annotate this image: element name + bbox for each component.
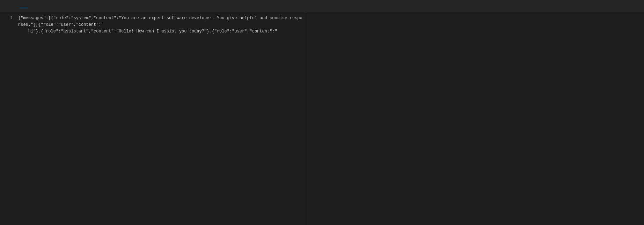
tab-chart[interactable]: [28, 3, 36, 8]
line-number: 1: [3, 15, 13, 22]
tab-contents[interactable]: [11, 3, 20, 8]
tab-notes[interactable]: [36, 3, 45, 8]
tab-bar: [0, 0, 644, 12]
code-content: 1 {"messages":[{"role":"system","content…: [0, 12, 307, 38]
line-text: {"messages":[{"role":"system","content":…: [18, 15, 304, 35]
main-layout: 1 {"messages":[{"role":"system","content…: [0, 12, 644, 225]
code-line-1: 1 {"messages":[{"role":"system","content…: [0, 15, 307, 35]
tab-summary[interactable]: [20, 3, 28, 8]
left-panel: 1 {"messages":[{"role":"system","content…: [0, 12, 307, 225]
tab-overview[interactable]: [3, 3, 11, 8]
